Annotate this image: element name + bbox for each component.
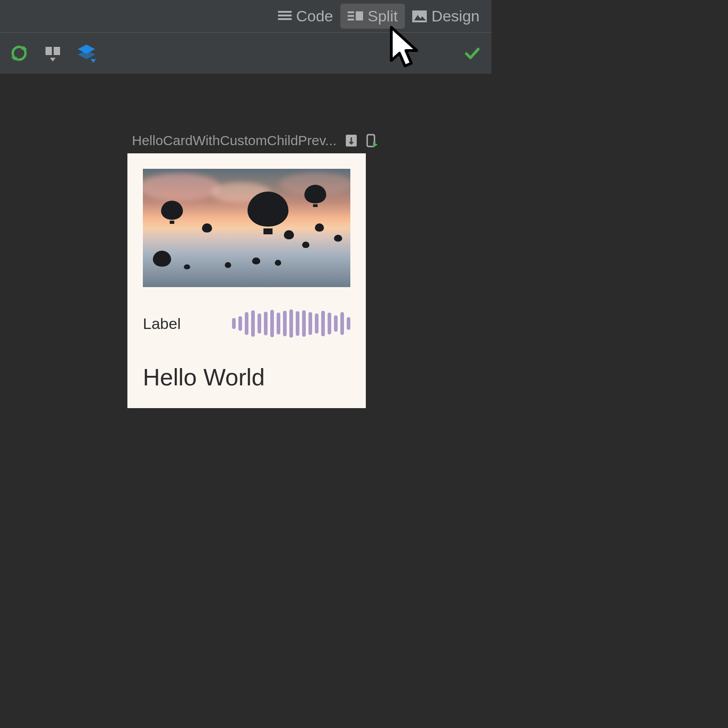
svg-rect-0 — [278, 11, 292, 13]
interactive-preview-icon[interactable] — [345, 134, 358, 147]
card-label: Label — [143, 315, 181, 333]
svg-marker-20 — [373, 142, 378, 147]
surface-select-button[interactable] — [42, 42, 64, 64]
card-hero-image — [143, 169, 350, 287]
design-mode-label: Design — [431, 7, 480, 25]
surface-icon — [44, 44, 62, 62]
split-mode-label: Split — [368, 7, 398, 25]
refresh-icon — [10, 44, 28, 62]
svg-marker-14 — [50, 58, 56, 61]
svg-rect-6 — [348, 19, 354, 20]
svg-rect-4 — [348, 11, 354, 13]
waveform-graphic — [232, 309, 350, 338]
image-icon — [412, 10, 427, 22]
svg-rect-1 — [278, 15, 292, 16]
svg-marker-16 — [78, 50, 95, 59]
checkmark-icon — [464, 45, 481, 62]
svg-rect-8 — [412, 10, 427, 22]
view-mode-bar: Code Split Design — [0, 0, 491, 33]
svg-rect-12 — [46, 47, 52, 55]
split-view-icon — [348, 10, 363, 22]
split-mode-button[interactable]: Split — [340, 4, 405, 29]
svg-rect-2 — [278, 18, 292, 20]
design-mode-button[interactable]: Design — [405, 4, 487, 29]
svg-rect-5 — [348, 15, 354, 17]
build-success-indicator[interactable] — [461, 42, 483, 64]
refresh-button[interactable] — [8, 42, 30, 64]
svg-marker-17 — [91, 59, 96, 63]
design-toolbar — [0, 33, 491, 74]
layers-button[interactable] — [76, 42, 97, 64]
svg-rect-7 — [356, 11, 363, 20]
hamburger-icon — [278, 10, 292, 23]
card-title: Hello World — [143, 364, 350, 391]
preview-canvas[interactable]: HelloCardWithCustomChildPrev... — [0, 74, 491, 491]
preview-name-label: HelloCardWithCustomChildPrev... — [132, 133, 337, 148]
layers-icon — [76, 43, 97, 64]
preview-header: HelloCardWithCustomChildPrev... — [132, 133, 378, 148]
preview-card: Label Hello World — [127, 153, 366, 408]
run-on-device-icon[interactable] — [366, 134, 378, 147]
code-mode-label: Code — [296, 7, 333, 25]
code-mode-button[interactable]: Code — [271, 4, 340, 29]
svg-rect-13 — [54, 47, 60, 55]
